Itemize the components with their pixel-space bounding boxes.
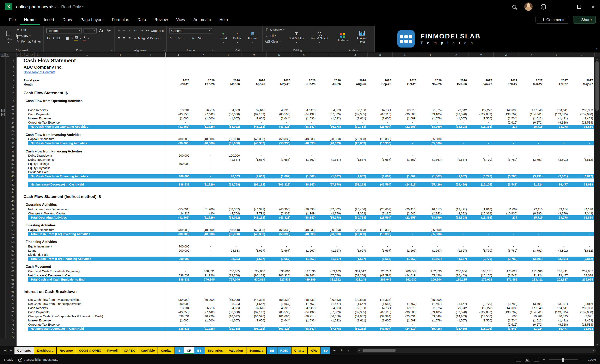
column-header-A[interactable]: A [17, 53, 21, 57]
column-header-R[interactable]: R [368, 53, 393, 57]
cell-value[interactable]: 43,910 [266, 108, 291, 112]
cell-value[interactable]: (35,000) [418, 228, 443, 232]
cell-value[interactable]: 700,000 [165, 162, 191, 166]
cell-value[interactable]: (13,333) [367, 137, 393, 141]
cell-value[interactable]: 33,154 [544, 207, 569, 211]
cell-value[interactable]: - [493, 244, 518, 248]
column-header-B[interactable]: B [21, 53, 25, 57]
cell-value[interactable]: (138,702) [493, 112, 518, 116]
fill-color-button[interactable]: ▨ [75, 36, 78, 40]
cell-value[interactable]: - [418, 166, 443, 170]
cell-value[interactable]: (43,328) [266, 215, 291, 220]
cell-value[interactable]: (87,589) [317, 310, 342, 314]
cell-value[interactable]: 183,411 [544, 269, 569, 273]
cell-value[interactable]: (19,758) [216, 327, 241, 331]
cell-value[interactable]: (58,333) [266, 137, 291, 141]
scroll-up-icon[interactable]: ▲ [596, 57, 598, 60]
cell-value[interactable]: 2026 [393, 78, 418, 82]
row-header-7[interactable]: 7 [6, 82, 17, 86]
accounting-format-button[interactable]: $ [169, 36, 173, 40]
cell-value[interactable]: - [418, 244, 443, 248]
cell-value[interactable]: (1,644) [266, 116, 291, 120]
cell-value[interactable]: - [191, 120, 216, 125]
cell-value[interactable]: 44,198 [569, 207, 594, 211]
cell-value[interactable]: (85,593) [266, 310, 291, 314]
cell-value[interactable]: (19,758) [216, 273, 241, 277]
row-header-45[interactable]: 45 [6, 194, 17, 199]
cell-value[interactable]: 62,121 [367, 306, 393, 310]
close-button[interactable]: × [586, 0, 600, 13]
search-icon[interactable] [512, 5, 516, 9]
zoom-slider[interactable] [549, 359, 577, 360]
cell-value[interactable]: - [291, 170, 317, 174]
insert-cells-button[interactable]: +Insert▾ [217, 27, 229, 47]
cell-value[interactable]: - [393, 120, 418, 125]
underline-button[interactable]: U [56, 36, 61, 40]
cell-label[interactable]: Cash Payments [17, 310, 165, 314]
cell-value[interactable]: (3,791) [518, 302, 544, 306]
column-header-Q[interactable]: Q [342, 53, 368, 57]
clear-button[interactable]: ⌫Clear▾ [265, 39, 284, 44]
sheet-tab-valuation[interactable]: Valuation [226, 347, 246, 354]
cell-value[interactable]: - [468, 232, 493, 236]
cell-value[interactable]: - [518, 170, 544, 174]
cell-value[interactable]: (58,333) [266, 298, 291, 302]
row-header-14[interactable]: 14 [6, 90, 17, 95]
increase-indent-button[interactable]: ⇥ [139, 28, 144, 33]
cell-value[interactable]: 2026 [342, 78, 367, 82]
cell-value[interactable]: - [443, 170, 468, 174]
cell-value[interactable]: (3,812) [569, 257, 594, 261]
menu-tab-view[interactable]: View [172, 14, 189, 25]
cell-value[interactable]: Jun-26 [291, 82, 317, 86]
cell-value[interactable]: - [317, 162, 342, 166]
cell-value[interactable]: - [518, 154, 544, 158]
cell-value[interactable]: - [291, 253, 317, 257]
row-header-65[interactable]: 65 [6, 277, 17, 282]
row-header-71[interactable]: 71 [6, 302, 17, 306]
cell-label[interactable] [17, 95, 165, 99]
cell-value[interactable]: (20,833) [342, 228, 367, 232]
cell-value[interactable]: (3,770) [468, 248, 493, 253]
column-header-J[interactable]: J [166, 53, 191, 57]
cell-value[interactable]: - [418, 170, 443, 174]
cell-value[interactable]: - [544, 170, 569, 174]
cell-value[interactable]: - [418, 253, 443, 257]
cell-value[interactable]: (3,812) [569, 174, 594, 179]
cell-label[interactable]: Net Cash Flow from Investing Activities [17, 298, 165, 302]
cell-value[interactable]: (1,667) [216, 158, 241, 162]
align-bottom-button[interactable]: ≡ [128, 28, 131, 33]
cell-value[interactable]: 13,284 [165, 306, 191, 310]
cell-value[interactable]: (48,333) [241, 232, 266, 236]
horizontal-scrollbar[interactable]: ◄ ► [357, 348, 596, 353]
row-header-42[interactable]: 42 [6, 182, 17, 187]
cell-value[interactable]: 439,189 [291, 277, 317, 282]
cell-value[interactable]: (3,801) [544, 174, 569, 179]
cell-value[interactable]: (149,815) [544, 112, 569, 116]
cell-value[interactable]: 47,418 [291, 108, 317, 112]
cell-value[interactable]: (3,791) [518, 174, 544, 179]
cell-value[interactable]: (103,328) [266, 327, 291, 331]
cell-value[interactable]: 15,715 [518, 215, 544, 220]
excel-app-icon[interactable]: X [5, 3, 12, 10]
cell-value[interactable]: - [342, 166, 367, 170]
cell-value[interactable]: - [544, 162, 569, 166]
row-header-58[interactable]: 58 [6, 248, 17, 253]
cell-value[interactable]: 900,000 [165, 302, 191, 306]
cell-value[interactable]: 79,342 [443, 108, 468, 112]
cell-value[interactable]: (3,780) [493, 302, 518, 306]
cell-label[interactable]: Cash and Cash Equivalents Beginning [17, 269, 165, 273]
cell-value[interactable]: - [266, 166, 291, 170]
cell-value[interactable]: (1,667) [443, 248, 468, 253]
cell-value[interactable]: - [493, 170, 518, 174]
cell-value[interactable]: (48,333) [291, 137, 317, 141]
outline-level-1-button[interactable]: 1 [1, 53, 5, 57]
row-header-79[interactable]: 79 [6, 335, 17, 338]
cell-value[interactable]: 177,840 [518, 108, 544, 112]
cell-value[interactable]: 112,273 [468, 306, 493, 310]
cell-label[interactable] [17, 190, 165, 194]
cell-value[interactable]: (3,780) [493, 158, 518, 162]
cell-value[interactable]: - [266, 162, 291, 166]
column-header-W[interactable]: W [494, 53, 519, 57]
row-header-56[interactable]: 56 [6, 240, 17, 244]
column-header-O[interactable]: O [292, 53, 317, 57]
